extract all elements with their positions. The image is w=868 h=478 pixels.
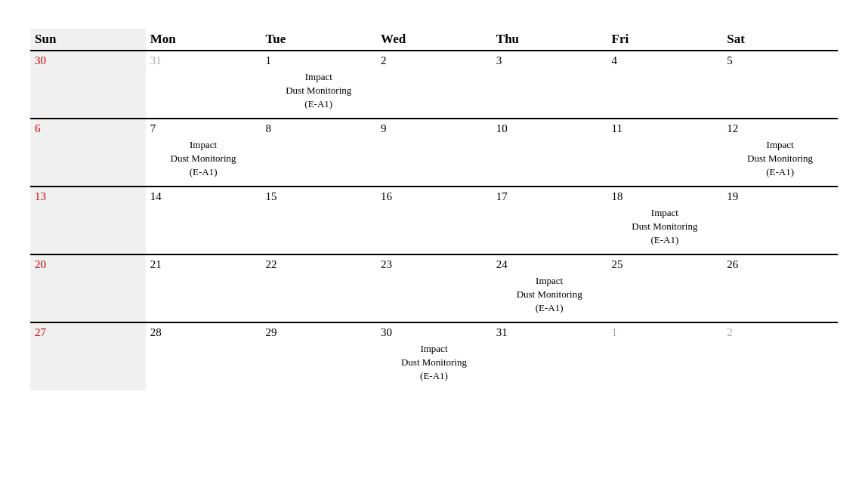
day-number: 9 (381, 122, 487, 135)
day-number: 3 (496, 54, 603, 67)
event-label: ImpactDust Monitoring(E-A1) (150, 138, 257, 180)
day-number: 12 (727, 122, 833, 135)
calendar-cell: 17 (492, 187, 607, 254)
calendar-cell: 4 (607, 51, 723, 119)
calendar-week-4: 27282930ImpactDust Monitoring(E-A1)3112 (30, 322, 838, 390)
event-label: ImpactDust Monitoring(E-A1) (612, 206, 718, 248)
calendar-cell: 2 (376, 51, 492, 119)
calendar-cell: 19 (722, 187, 838, 254)
day-number: 6 (35, 122, 141, 135)
calendar-cell: 16 (376, 187, 492, 254)
event-label: ImpactDust Monitoring(E-A1) (381, 342, 487, 384)
calendar-cell: 29 (261, 322, 376, 390)
day-number: 29 (265, 326, 372, 339)
calendar-cell: 13 (30, 187, 146, 254)
event-label: ImpactDust Monitoring(E-A1) (727, 138, 833, 180)
day-number: 13 (35, 190, 141, 203)
col-header-tue: Tue (261, 29, 376, 51)
day-number: 31 (496, 326, 603, 339)
calendar-cell: 21 (146, 254, 261, 322)
col-header-wed: Wed (376, 29, 492, 51)
calendar-cell: 1ImpactDust Monitoring(E-A1) (261, 51, 376, 119)
day-number: 22 (265, 258, 372, 271)
day-number: 27 (35, 326, 141, 339)
event-label: ImpactDust Monitoring(E-A1) (265, 70, 372, 112)
day-number: 7 (150, 122, 257, 135)
calendar-cell: 31 (492, 322, 607, 390)
col-header-sun: Sun (30, 29, 146, 51)
calendar-cell: 10 (492, 119, 607, 187)
calendar-cell: 15 (261, 187, 376, 254)
day-number: 19 (727, 190, 833, 203)
calendar-cell: 1 (607, 322, 723, 390)
calendar-cell: 5 (722, 51, 838, 119)
day-number: 25 (612, 258, 718, 271)
day-number: 14 (150, 190, 257, 203)
day-number: 30 (35, 54, 141, 67)
calendar-cell: 2 (722, 322, 838, 390)
day-number: 24 (496, 258, 603, 271)
day-number: 17 (496, 190, 603, 203)
calendar-cell: 26 (722, 254, 838, 322)
day-number: 23 (381, 258, 487, 271)
day-number: 15 (265, 190, 372, 203)
calendar-week-2: 131415161718ImpactDust Monitoring(E-A1)1… (30, 187, 838, 254)
calendar-cell: 14 (146, 187, 261, 254)
event-label: ImpactDust Monitoring(E-A1) (496, 274, 603, 316)
day-number: 28 (150, 326, 257, 339)
calendar-cell: 6 (30, 119, 146, 187)
day-number: 4 (612, 54, 718, 67)
calendar-cell: 23 (376, 254, 492, 322)
calendar-cell: 20 (30, 254, 146, 322)
calendar-cell: 18ImpactDust Monitoring(E-A1) (607, 187, 723, 254)
day-number: 20 (35, 258, 141, 271)
day-number: 18 (612, 190, 718, 203)
calendar-cell: 30ImpactDust Monitoring(E-A1) (376, 322, 492, 390)
calendar-cell: 9 (376, 119, 492, 187)
col-header-thu: Thu (492, 29, 607, 51)
col-header-mon: Mon (146, 29, 261, 51)
day-number: 8 (265, 122, 372, 135)
calendar-cell: 24ImpactDust Monitoring(E-A1) (492, 254, 607, 322)
calendar-cell: 30 (30, 51, 146, 119)
calendar-week-0: 30311ImpactDust Monitoring(E-A1)2345 (30, 51, 838, 119)
calendar-week-1: 67ImpactDust Monitoring(E-A1)89101112Imp… (30, 119, 838, 187)
day-number: 10 (496, 122, 603, 135)
calendar-cell: 7ImpactDust Monitoring(E-A1) (146, 119, 261, 187)
day-number: 1 (265, 54, 372, 67)
col-header-sat: Sat (722, 29, 838, 51)
calendar-cell: 22 (261, 254, 376, 322)
day-number: 2 (381, 54, 487, 67)
calendar-table: SunMonTueWedThuFriSat 30311ImpactDust Mo… (30, 29, 838, 390)
day-number: 21 (150, 258, 257, 271)
calendar-cell: 31 (146, 51, 261, 119)
calendar-cell: 25 (607, 254, 723, 322)
calendar-cell: 28 (146, 322, 261, 390)
day-number: 2 (727, 326, 833, 339)
calendar-cell: 27 (30, 322, 146, 390)
col-header-fri: Fri (607, 29, 723, 51)
day-number: 26 (727, 258, 833, 271)
day-number: 1 (612, 326, 718, 339)
day-number: 11 (612, 122, 718, 135)
day-number: 16 (381, 190, 487, 203)
day-number: 5 (727, 54, 833, 67)
calendar-cell: 8 (261, 119, 376, 187)
day-number: 30 (381, 326, 487, 339)
calendar-cell: 3 (492, 51, 607, 119)
calendar-cell: 12ImpactDust Monitoring(E-A1) (722, 119, 838, 187)
calendar-week-3: 2021222324ImpactDust Monitoring(E-A1)252… (30, 254, 838, 322)
day-number: 31 (150, 54, 257, 67)
calendar-cell: 11 (607, 119, 723, 187)
